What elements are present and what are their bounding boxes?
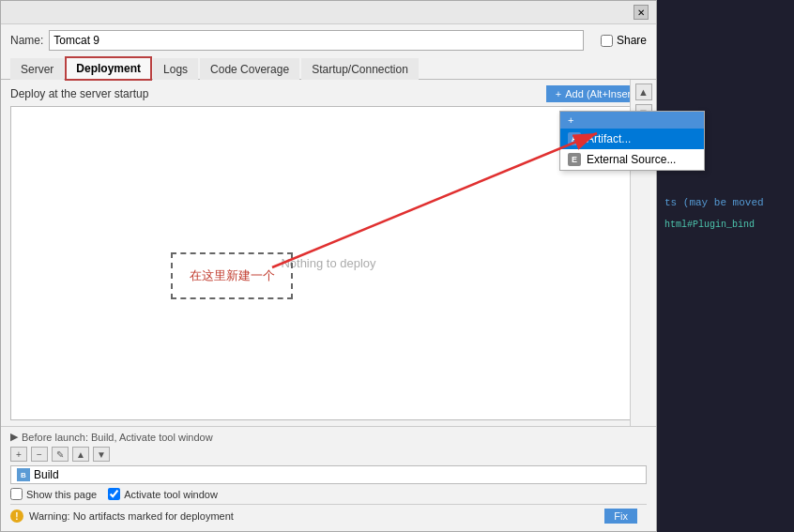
bl-edit-button[interactable]: ✎ xyxy=(52,447,69,462)
annotation-box: 在这里新建一个 xyxy=(171,252,293,299)
bl-remove-button[interactable]: − xyxy=(31,447,48,462)
warning-icon: ! xyxy=(10,509,23,523)
build-icon: B xyxy=(17,468,30,481)
options-row: Show this page Activate tool window xyxy=(10,488,647,500)
deploy-header: Deploy at the server startup + Add (Alt+… xyxy=(10,85,647,102)
name-label: Name: xyxy=(10,34,43,47)
before-launch-section: ▶ Before launch: Build, Activate tool wi… xyxy=(1,426,656,531)
tab-startup-connection[interactable]: Startup/Connection xyxy=(301,58,419,80)
artifact-label: Artifact... xyxy=(587,132,631,145)
sidebar-link-text: html#Plugin_bind xyxy=(664,220,786,230)
show-page-checkbox[interactable] xyxy=(10,488,23,500)
name-row: Name: Share xyxy=(1,24,656,56)
sidebar-code-text: ts (may be moved xyxy=(664,195,786,212)
dropdown-artifact-item[interactable]: A Artifact... xyxy=(560,129,704,149)
dropdown-plus-icon: + xyxy=(568,114,573,126)
deploy-at-startup-label: Deploy at the server startup xyxy=(10,87,148,100)
share-checkbox[interactable] xyxy=(601,35,613,47)
artifact-icon: A xyxy=(568,132,581,145)
external-source-icon: E xyxy=(568,153,581,166)
tabs-bar: Server Deployment Logs Code Coverage Sta… xyxy=(1,56,656,80)
title-bar: ✕ xyxy=(1,1,656,24)
tab-logs[interactable]: Logs xyxy=(153,58,198,80)
show-page-option: Show this page xyxy=(10,488,97,500)
bl-add-button[interactable]: + xyxy=(10,447,27,462)
bl-up-button[interactable]: ▲ xyxy=(72,447,89,462)
annotation-text: 在这里新建一个 xyxy=(190,267,275,284)
close-button[interactable]: ✕ xyxy=(634,5,649,20)
fix-button[interactable]: Fix xyxy=(604,509,637,524)
tab-server[interactable]: Server xyxy=(10,58,64,80)
warning-text: Warning: No artifacts marked for deploym… xyxy=(29,510,234,522)
build-item: B Build xyxy=(10,465,647,484)
tab-deployment[interactable]: Deployment xyxy=(66,57,151,80)
deploy-list: Nothing to deploy 在这里新建一个 xyxy=(10,106,647,420)
run-config-dialog: ✕ Name: Share Server Deployment Logs Cod… xyxy=(0,0,657,532)
activate-tool-label: Activate tool window xyxy=(124,489,218,500)
deployment-section: Deploy at the server startup + Add (Alt+… xyxy=(1,80,656,426)
tab-code-coverage[interactable]: Code Coverage xyxy=(200,58,299,80)
move-up-button[interactable]: ▲ xyxy=(635,84,652,100)
activate-tool-option: Activate tool window xyxy=(108,488,218,500)
before-launch-header: ▶ Before launch: Build, Activate tool wi… xyxy=(10,431,647,443)
share-label: Share xyxy=(601,34,647,47)
show-page-label: Show this page xyxy=(26,489,97,500)
dropdown-external-source-item[interactable]: E External Source... xyxy=(560,149,704,170)
plus-icon: + xyxy=(556,88,561,99)
external-source-label: External Source... xyxy=(587,153,676,166)
nothing-text: Nothing to deploy xyxy=(281,256,375,270)
name-input[interactable] xyxy=(49,30,584,51)
bl-down-button[interactable]: ▼ xyxy=(93,447,110,462)
before-launch-toolbar: + − ✎ ▲ ▼ xyxy=(10,447,647,462)
right-sidebar: ts (may be moved html#Plugin_bind xyxy=(657,0,794,532)
dropdown-header: + xyxy=(560,112,704,129)
warning-row: ! Warning: No artifacts marked for deplo… xyxy=(10,504,647,527)
activate-tool-checkbox[interactable] xyxy=(108,488,120,500)
dropdown-menu: + A Artifact... E External Source... xyxy=(559,111,705,171)
build-label: Build xyxy=(34,468,59,481)
